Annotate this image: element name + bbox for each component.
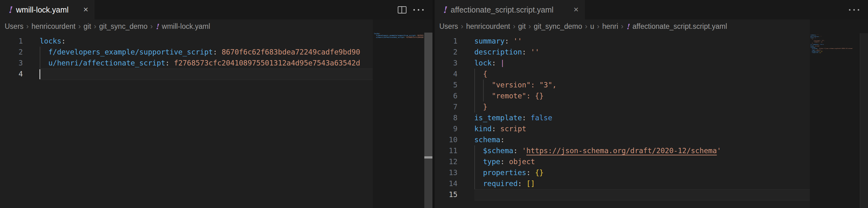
code-line[interactable]: 5 "version": "3",: [435, 80, 810, 90]
code-text: summary: '': [474, 36, 522, 47]
token: [217, 48, 222, 56]
ellipsis-dot: [853, 9, 855, 11]
minimap-line: [374, 38, 423, 40]
ellipsis-dot: [413, 9, 415, 11]
code-line[interactable]: 9kind: script: [435, 124, 810, 134]
line-number: 4: [0, 69, 23, 80]
editor-pane-right: !affectionate_script.script.yaml✕Users›h…: [435, 0, 868, 208]
code-text: $schema: 'https://json-schema.org/draft/…: [474, 145, 721, 156]
token: :: [492, 59, 496, 67]
token: }: [483, 103, 488, 111]
code-line[interactable]: 8is_template: false: [435, 112, 810, 124]
token: lock: [474, 59, 492, 67]
token: [474, 147, 483, 155]
editor-pane-left: !wmill-lock.yaml✕Users›henricourdent›git…: [0, 0, 432, 208]
code-line[interactable]: 4: [0, 69, 373, 80]
line-number: 10: [435, 134, 458, 145]
minimap-token: |: [815, 37, 815, 38]
code-line[interactable]: 3 u/henri/affectionate_script: f2768573c…: [0, 58, 373, 69]
minimap-content: locks: f/developers_example/supportive_s…: [374, 32, 423, 40]
token: schema: [474, 136, 500, 144]
token: :: [165, 59, 170, 67]
code-line[interactable]: 13 properties: {}: [435, 167, 810, 178]
token: :: [500, 136, 505, 144]
token: :: [492, 125, 496, 133]
scrollbar-thumb[interactable]: [424, 158, 432, 208]
token: [474, 70, 483, 78]
scrollbar-thumb[interactable]: [424, 156, 432, 158]
minimap-line: u/henri/affectionate_script: f2768573cfc…: [374, 36, 423, 38]
token: [40, 48, 49, 56]
token: [474, 103, 483, 111]
code-text: u/henri/affectionate_script: f2768573cfc…: [40, 58, 360, 69]
token: f/developers_example/supportive_script: [49, 48, 213, 56]
code-line[interactable]: 10schema:: [435, 134, 810, 145]
pane-divider-sash[interactable]: [432, 0, 435, 208]
scrollbar-thumb[interactable]: [860, 33, 868, 208]
vscode-window: !wmill-lock.yaml✕Users›henricourdent›git…: [0, 0, 868, 208]
token: :: [518, 180, 522, 188]
minimap-line: [810, 53, 857, 54]
token: ': [522, 147, 526, 155]
token: is_template: [474, 114, 522, 122]
code-text: properties: {}: [474, 167, 544, 178]
token: [474, 180, 483, 188]
code-text: is_template: false: [474, 112, 552, 124]
code-line[interactable]: 1summary: '': [435, 36, 810, 47]
ellipsis-dot: [418, 9, 419, 11]
token: [40, 59, 49, 67]
code-line[interactable]: 14 required: []: [435, 178, 810, 189]
token: 8670f6c62f683bdea72249cadfe9bd90: [222, 48, 360, 56]
line-number: 7: [435, 102, 458, 112]
line-number: 2: [435, 47, 458, 58]
token: :: [61, 37, 66, 45]
token: {: [483, 70, 488, 78]
minimap-content: summary: ''description: ''lock: | { "ver…: [810, 34, 857, 55]
code-line[interactable]: 2 f/developers_example/supportive_script…: [0, 47, 373, 58]
code-line[interactable]: 3lock: |: [435, 58, 810, 69]
code-viewport[interactable]: 1locks:2 f/developers_example/supportive…: [0, 0, 373, 208]
minimap-token: '': [820, 36, 822, 37]
minimap-token: required: [812, 52, 818, 54]
code-line[interactable]: 11 $schema: 'https://json-schema.org/dra…: [435, 145, 810, 156]
token: [526, 114, 531, 122]
minimap[interactable]: summary: ''description: ''lock: | { "ver…: [810, 34, 857, 56]
code-line[interactable]: 4 {: [435, 69, 810, 80]
token: [526, 48, 531, 56]
code-viewport[interactable]: 1summary: ''2description: ''3lock: |4 {5…: [435, 0, 810, 208]
code-line[interactable]: 6 "remote": {}: [435, 90, 810, 102]
token: required: [483, 180, 518, 188]
token: [474, 158, 483, 166]
tab-bar-actions: [398, 0, 424, 20]
code-text: locks:: [40, 36, 66, 47]
minimap-token: []: [819, 52, 821, 54]
line-number: 6: [435, 90, 458, 102]
token: :: [522, 48, 526, 56]
line-number: 3: [435, 58, 458, 69]
code-line[interactable]: 2description: '': [435, 47, 810, 58]
minimap-token: f2768573cfc204108975501312a4d95e7543a635…: [406, 36, 423, 38]
minimap[interactable]: locks: f/developers_example/supportive_s…: [374, 32, 423, 48]
schema-url-link[interactable]: https://json-schema.org/draft/2020-12/sc…: [526, 147, 717, 155]
ellipsis-dot: [858, 9, 859, 11]
minimap-token: false: [820, 44, 824, 46]
split-editor-icon[interactable]: [398, 6, 406, 14]
code-line[interactable]: 7 }: [435, 102, 810, 112]
code-line[interactable]: 1locks:: [0, 36, 373, 47]
token: [474, 168, 483, 177]
token: false: [531, 114, 552, 122]
token: u/henri/affectionate_script: [49, 59, 165, 67]
token: object: [509, 158, 535, 166]
code-text: kind: script: [474, 124, 526, 134]
token: :: [505, 37, 509, 45]
token: [522, 180, 526, 188]
code-line[interactable]: 15: [435, 189, 810, 200]
code-text: {: [474, 69, 488, 80]
line-number: 13: [435, 167, 458, 178]
more-actions-icon[interactable]: [413, 9, 424, 11]
token: properties: [483, 168, 526, 177]
more-actions-icon[interactable]: [849, 9, 859, 11]
code-line[interactable]: 12 type: object: [435, 156, 810, 167]
token: locks: [40, 37, 61, 45]
scrollbar-thumb[interactable]: [424, 32, 432, 156]
